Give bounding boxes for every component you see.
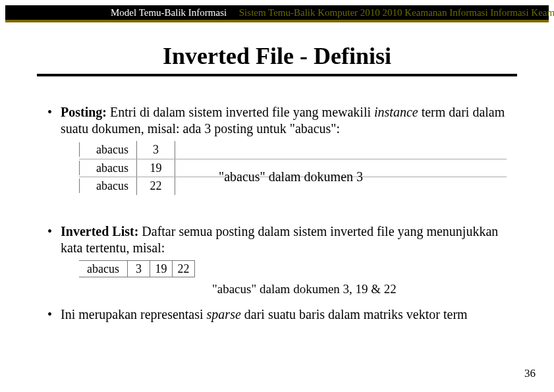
page-title: Inverted File - Definisi — [0, 42, 554, 70]
bullet-inverted: • Inverted List: Daftar semua posting da… — [47, 223, 507, 256]
inverted-table: abacus 3 19 22 — [79, 260, 507, 278]
sparse-text-2: dari suatu baris dalam matriks vektor te… — [241, 307, 468, 322]
header-right-text: Sistem Temu-Balik Komputer 2010 2010 Kea… — [239, 7, 554, 18]
title-block: Inverted File - Definisi — [0, 42, 554, 76]
cell-term: abacus — [88, 177, 137, 195]
cell-term: abacus — [88, 159, 137, 177]
table-row: abacus 3 19 22 — [79, 260, 507, 278]
cell-value: 19 — [137, 159, 175, 177]
cell-term: abacus — [88, 141, 137, 159]
sparse-text-1: Ini merupakan representasi — [61, 307, 207, 322]
cell-value: 3 — [128, 260, 150, 278]
bullet-text: Inverted List: Daftar semua posting dala… — [61, 223, 507, 256]
bullet-sparse: • Ini merupakan representasi sparse dari… — [47, 306, 507, 323]
bullet-text: Posting: Entri di dalam sistem inverted … — [61, 104, 507, 137]
cell-term: abacus — [79, 260, 128, 278]
cell-value: 3 — [137, 141, 175, 159]
row-lead — [79, 179, 88, 193]
posting-explain: "abacus" dalam dokumen 3 — [219, 169, 507, 185]
content-area: • Posting: Entri di dalam sistem inverte… — [0, 76, 554, 323]
header-left-text: Model Temu-Balik Informasi — [111, 7, 227, 18]
page-number: 36 — [524, 367, 536, 380]
row-lead — [79, 161, 88, 175]
table-row: abacus 3 — [79, 141, 507, 159]
sparse-italic: sparse — [207, 307, 241, 322]
header-accent — [5, 20, 549, 22]
posting-text-1: Entri di dalam sistem inverted file yang… — [107, 105, 374, 119]
bullet-text: Ini merupakan representasi sparse dari s… — [61, 306, 507, 323]
inverted-explain: "abacus" dalam dokumen 3, 19 & 22 — [212, 281, 507, 297]
bullet-dot: • — [47, 306, 61, 323]
header-bar: Model Temu-Balik Informasi Sistem Temu-B… — [5, 5, 549, 25]
cell-value: 22 — [137, 177, 175, 195]
inverted-label: Inverted List: — [61, 224, 138, 238]
bullet-posting: • Posting: Entri di dalam sistem inverte… — [47, 104, 507, 137]
bullet-dot: • — [47, 223, 61, 256]
cell-value: 19 — [150, 260, 173, 278]
row-lead — [79, 142, 88, 157]
slide: Model Temu-Balik Informasi Sistem Temu-B… — [0, 5, 554, 392]
cell-value: 22 — [173, 260, 195, 278]
posting-label: Posting: — [61, 105, 107, 119]
bullet-dot: • — [47, 104, 61, 137]
posting-italic: instance — [374, 105, 418, 119]
